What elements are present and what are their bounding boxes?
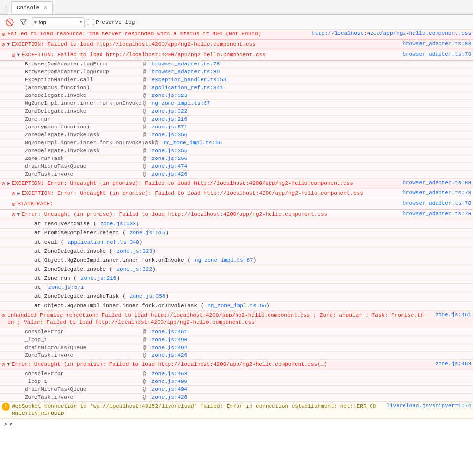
source-link-eu[interactable]: browser_adapter.ts:78 [393,211,471,217]
stack-row-13: Zone.runTask @ zone.js:256 [0,155,473,163]
source-link-3[interactable]: browser_adapter.ts:78 [393,51,471,57]
stack3-method-3: drainMicroTaskQueue [25,345,143,350]
stack-link-6[interactable]: ng_zone_impl.ts:67 [152,100,210,106]
stack2-text-10: at Object.NgZoneImpl.inner.inner.fork.on… [34,302,471,310]
error-icon-8: ⊘ [2,312,5,319]
source-link-up[interactable]: zone.js:461 [425,312,471,317]
clear-console-button[interactable]: 🚫 [4,17,15,28]
stack3-link-3[interactable]: zone.js:494 [152,345,188,350]
stack2-row-3: at eval (application_ref.ts:340) [0,238,473,247]
stack4-link-1[interactable]: zone.js:463 [152,371,188,377]
filter-toggle-button[interactable] [18,17,29,28]
stack-link-9[interactable]: zone.js:571 [152,124,188,130]
stack-link-4[interactable]: application_ref.ts:341 [152,85,223,91]
stack3-at-4: @ [143,352,146,358]
stack-link-3[interactable]: exception_handler.ts:53 [152,77,227,83]
filter-icon [20,19,27,26]
stack-method-8: Zone.run [25,116,143,122]
error-uncaught-collapsed[interactable]: ⊘ ▶ Error: Uncaught (in promise): Failed… [0,360,473,370]
stack-row-11: NgZoneImpl.inner.inner.fork.onInvokeTask… [0,139,473,147]
expand-triangle-6: ▶ [6,363,11,365]
error-text-1: Failed to load resource: the server resp… [7,31,302,38]
stack4-method-1: consoleError [25,371,143,377]
stack-link-1[interactable]: browser_adapter.ts:78 [152,61,220,67]
stack-link-5[interactable]: zone.js:323 [152,93,188,98]
stack2-link-10[interactable]: ng_zone_impl.ts:56 [207,303,266,309]
stack4-at-3: @ [143,386,146,392]
stack-link-10[interactable]: zone.js:356 [152,132,188,138]
stack4-link-4[interactable]: zone.js:426 [152,394,188,400]
filter-dropdown-icon: ▼ [34,19,37,25]
stack4-method-3: drainMicroTaskQueue [25,386,143,392]
stack-link-12[interactable]: zone.js:355 [152,148,188,154]
stack2-link-4[interactable]: zone.js:323 [116,248,152,254]
close-tab-button[interactable]: × [43,5,47,11]
stack2-link-3[interactable]: application_ref.ts:340 [68,239,139,245]
source-link-euc[interactable]: zone.js:463 [425,361,471,367]
exception-header-1[interactable]: ⊘ ▶ EXCEPTION: Failed to load http://loc… [0,40,473,50]
row-content-1: Failed to load resource: the server resp… [7,31,471,38]
stack3-at-2: @ [143,337,146,343]
stacktrace-label: ⊘ STACKTRACE: browser_adapter.ts:78 [0,199,473,210]
stack2-link-2[interactable]: zone.js:515 [130,230,166,236]
stack2-link-6[interactable]: zone.js:322 [116,266,152,272]
console-tab[interactable]: Console × [11,1,53,14]
console-prompt: > [4,421,7,428]
stack2-link-5[interactable]: ng_zone_impl.ts:67 [195,257,253,263]
exception-sub-2[interactable]: ⊘ ▶ EXCEPTION: Error: Uncaught (in promi… [0,189,473,199]
stack-link-15[interactable]: zone.js:426 [152,171,188,177]
stack2-link-8[interactable]: zone.js:571 [48,285,84,290]
row-content-2: EXCEPTION: Failed to load http://localho… [12,41,471,48]
error-icon-1: ⊘ [2,31,5,38]
expand-triangle-4: ▶ [17,191,20,196]
stack3-link-4[interactable]: zone.js:426 [152,352,188,358]
expand-triangle-5: ▶ [16,213,21,216]
stack-at-7: @ [143,108,146,114]
exception-text-4: EXCEPTION: Error: Uncaught (in promise):… [22,190,393,197]
stack2-text-7: at Zone.run (zone.js:216) [34,275,471,282]
stack-at-6: @ [143,100,146,106]
source-link-exc2b[interactable]: browser_adapter.ts:78 [393,190,471,196]
source-link-st[interactable]: browser_adapter.ts:78 [393,200,471,206]
preserve-log-label[interactable]: Preserve log [88,19,135,25]
stack4-row-3: drainMicroTaskQueue @ zone.js:494 [0,386,473,394]
tab-label: Console [17,5,39,11]
error-uncaught-text: Error: Uncaught (in promise): Failed to … [22,211,393,218]
error-uncaught-sub[interactable]: ⊘ ▶ Error: Uncaught (in promise): Failed… [0,210,473,220]
stack-row-9: (anonymous function) @ zone.js:571 [0,124,473,131]
stack3-link-1[interactable]: zone.js:461 [152,329,188,335]
stack3-link-2[interactable]: zone.js:490 [152,337,188,343]
stack-method-9: (anonymous function) [25,124,143,130]
stack-link-13[interactable]: zone.js:256 [152,156,188,161]
stack4-link-2[interactable]: zone.js:490 [152,379,188,384]
console-input-text[interactable]: s [9,422,13,428]
error-icon-9: ⊘ [2,361,5,369]
filter-input[interactable] [39,19,78,25]
stack-link-14[interactable]: zone.js:474 [152,163,188,169]
stack-link-2[interactable]: browser_adapter.ts:89 [152,69,220,75]
stack-link-11[interactable]: ng_zone_impl.ts:56 [164,140,222,146]
stack2-link-1[interactable]: zone.js:538 [100,221,136,227]
source-link-2[interactable]: browser_adapter.ts:88 [393,41,471,47]
toolbar: 🚫 ▼ ▼ Preserve log [0,15,473,30]
exception-sub-1[interactable]: ⊘ ▶ EXCEPTION: Failed to load http://loc… [0,50,473,61]
stack-link-7[interactable]: zone.js:322 [152,108,188,114]
stack-method-13: Zone.runTask [25,156,143,161]
stack3-method-2: _loop_1 [25,337,143,343]
source-link-1[interactable]: http://localhost:4200/app/ng2-hello.comp… [302,31,471,36]
preserve-log-checkbox[interactable] [88,19,94,25]
stack-link-8[interactable]: zone.js:216 [152,116,188,122]
unhandled-promise-row: ⊘ Unhandled Promise rejection: Failed to… [0,311,473,328]
stack3-at-3: @ [143,345,146,350]
source-link-exc2[interactable]: browser_adapter.ts:88 [393,180,471,186]
tab-bar: ⋮ Console × [0,0,473,15]
stack4-link-3[interactable]: zone.js:494 [152,386,188,392]
source-link-ws[interactable]: livereload.js?snipver=1:74 [376,403,471,409]
stack2-link-7[interactable]: zone.js:216 [81,275,117,281]
websocket-text: WebSocket connection to 'ws://localhost:… [12,403,376,416]
stack-row-4: (anonymous function) @ application_ref.t… [0,84,473,92]
exception-header-2[interactable]: ⊘ ▶ EXCEPTION: Error: Uncaught (in promi… [0,179,473,189]
stack2-link-9[interactable]: zone.js:356 [130,293,166,299]
cursor [13,421,13,428]
stack2-text-5: at Object.NgZoneImpl.inner.inner.fork.on… [34,257,471,264]
